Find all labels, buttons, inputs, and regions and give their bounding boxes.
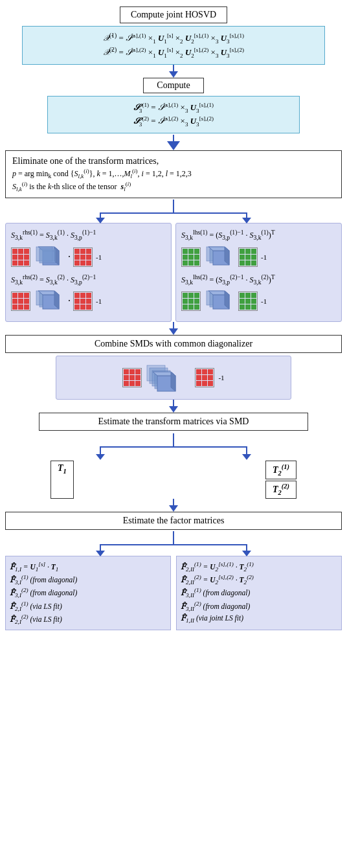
factor-horiz — [100, 544, 247, 545]
combine-tensor-svg — [146, 361, 191, 394]
combine-visual: -1 — [56, 356, 291, 400]
t-left-arrow — [96, 454, 105, 460]
times-sign-2: · — [68, 295, 71, 307]
t1-label: T1 — [58, 463, 67, 473]
left-arrow — [96, 218, 105, 223]
red-grid-inv-2 — [73, 291, 93, 311]
vert-line — [173, 65, 174, 71]
eliminate-box: Eliminate one of the transform matrices,… — [5, 150, 342, 199]
combine-label: Combine SMDs with common diagonalizer — [95, 339, 252, 348]
center-vert — [173, 200, 174, 212]
t2-2-box: T2(2) — [265, 481, 297, 499]
hosvd-equations: 𝒳(1) = 𝒮[s],(1) ×1 U1[s] ×2 U2[s],(1) ×3… — [22, 26, 325, 65]
t1-box: T1 — [50, 461, 74, 499]
fr-5: F̂1,II (via joint LS fit) — [181, 613, 337, 624]
tensor-svg-lhs2 — [203, 288, 236, 314]
fr-4: F̂3,II(2) (from diagonal) — [181, 600, 337, 612]
tensor-row-rhs1: · -1 — [11, 244, 166, 270]
green-grid-inv-2 — [238, 291, 258, 311]
inv-sup-1: -1 — [96, 253, 102, 261]
flow-diagram: Compute joint HOSVD 𝒳(1) = 𝒮[s],(1) ×1 U… — [5, 6, 342, 630]
t2-2-label: T2(2) — [273, 485, 289, 494]
hosvd-box: Compute joint HOSVD — [120, 6, 227, 23]
eliminate-desc: Sl,k(i) is the k-th slice of the tensor … — [12, 181, 335, 192]
fl-2: F̂3,I(1) (from diagonal) — [10, 574, 166, 586]
lhs-eq1: S3,klhs(1) = (S3,p(1)−1 · S3,k(1))T — [181, 229, 336, 241]
factor-right-arrow — [242, 551, 251, 556]
fl-1: F̂1,I = U1[s] · T1 — [10, 561, 166, 573]
triangle-split — [167, 141, 180, 150]
svg-marker-26 — [171, 372, 175, 391]
tensor-svg-2 — [33, 288, 65, 314]
combine-inv-sup: -1 — [218, 374, 224, 382]
compute-box: Compute — [143, 78, 203, 93]
right-arrow — [242, 218, 251, 223]
fl-5: F̂2,I(2) (via LS fit) — [10, 613, 166, 625]
fr-2: F̂2,II(2) = U2[s],(2) · T2(2) — [181, 574, 337, 586]
compute-eq1: 𝒮3(1) = 𝒮[s],(1) ×3 U3[s],(1) — [57, 102, 290, 114]
vert-smd — [173, 400, 174, 406]
red-grid-2 — [11, 291, 30, 311]
arrow1 — [169, 65, 178, 78]
hosvd-label: Compute joint HOSVD — [131, 10, 216, 19]
t2-1-label: T2(1) — [273, 465, 289, 475]
fr-1: F̂2,II(1) = U2[s],(1) · T2(1) — [181, 561, 337, 573]
t-horiz — [100, 446, 247, 448]
t-right-arrow — [242, 454, 251, 460]
inv-sup-lhs2: -1 — [261, 297, 267, 305]
arrow-to-smd — [169, 400, 178, 413]
estimate-factor-label: Estimate the factor matrices — [123, 516, 225, 525]
rhs-lhs-container: S3,krhs(1) = S3,k(1) · S3,p(1)−1 — [5, 223, 342, 322]
compute-label: Compute — [157, 80, 190, 90]
vert-combine — [173, 322, 174, 328]
hosvd-eq1: 𝒳(1) = 𝒮[s],(1) ×1 U1[s] ×2 U2[s],(1) ×3… — [32, 32, 315, 45]
svg-rect-4 — [39, 249, 56, 263]
arrow-to-factor — [169, 499, 178, 512]
rhs-eq2: S3,krhs(2) = S3,k(2) · S3,p(2)−1 — [11, 273, 166, 286]
green-grid-inv-1 — [238, 247, 258, 267]
green-grid-2 — [181, 291, 201, 311]
factor-boxes: F̂1,I = U1[s] · T1 F̂3,I(1) (from diagon… — [5, 556, 342, 630]
factor-center-vert — [173, 531, 174, 544]
eliminate-eq: p = arg mink cond {Sl,k(i)}, k = 1,…,Ml(… — [12, 168, 335, 179]
fl-4: F̂2,I(1) (via LS fit) — [10, 600, 166, 612]
rhs-eq1: S3,krhs(1) = S3,k(1) · S3,p(1)−1 — [11, 229, 166, 241]
arrow-to-combine — [169, 322, 178, 335]
arrowhead-smd — [169, 406, 178, 413]
compute-eq2: 𝒮3(2) = 𝒮[s],(2) ×3 U3[s],(2) — [57, 115, 290, 128]
arrowhead — [169, 71, 178, 78]
arrowhead-combine — [169, 328, 178, 335]
times-sign: · — [68, 251, 71, 263]
t-boxes-row: T1 T2(1) T2(2) — [50, 461, 297, 499]
lhs-box: S3,klhs(1) = (S3,p(1)−1 · S3,k(1))T — [175, 223, 342, 322]
split-arrow-area — [5, 135, 342, 150]
red-grid-1 — [11, 247, 30, 267]
factor-right-box: F̂2,II(1) = U2[s],(1) · T2(1) F̂2,II(2) … — [176, 556, 342, 630]
green-grid-1 — [181, 247, 201, 267]
tensor-svg-lhs1 — [203, 244, 236, 270]
lhs-eq2: S3,klhs(2) = (S3,p(2)−1 · S3,k(2))T — [181, 273, 336, 286]
tensor-row-rhs2: · -1 — [11, 288, 166, 314]
smd-box: Estimate the transform matrices via SMD — [39, 413, 308, 431]
vert-line2 — [173, 135, 174, 141]
horiz-line — [100, 212, 247, 214]
compute-equations: 𝒮3(1) = 𝒮[s],(1) ×3 U3[s],(1) 𝒮3(2) = 𝒮[… — [47, 96, 300, 133]
combine-box: Combine SMDs with common diagonalizer — [5, 335, 342, 353]
fl-3: F̂3,I(2) (from diagonal) — [10, 587, 166, 599]
combine-red-grid-2 — [195, 368, 214, 387]
t2-boxes: T2(1) T2(2) — [265, 461, 297, 499]
estimate-factor-box: Estimate the factor matrices — [5, 512, 342, 530]
factor-left-arrow — [96, 551, 105, 556]
hosvd-eq2: 𝒳(2) = 𝒮[s],(2) ×1 U1[s] ×2 U2[s],(2) ×3… — [32, 46, 315, 59]
t-split-area — [50, 433, 297, 459]
inv-sup-2: -1 — [96, 297, 102, 305]
tensor-row-lhs2: -1 — [181, 288, 336, 314]
fr-3: F̂3,II(1) (from diagonal) — [181, 587, 337, 599]
t-center-vert — [173, 433, 174, 446]
red-grid-inv-1 — [73, 247, 93, 267]
tensor-row-lhs1: -1 — [181, 244, 336, 270]
vert-factor — [173, 499, 174, 505]
t2-1-box: T2(1) — [265, 461, 297, 479]
arrowhead-factor — [169, 505, 178, 512]
tensor-svg-1 — [33, 244, 65, 270]
